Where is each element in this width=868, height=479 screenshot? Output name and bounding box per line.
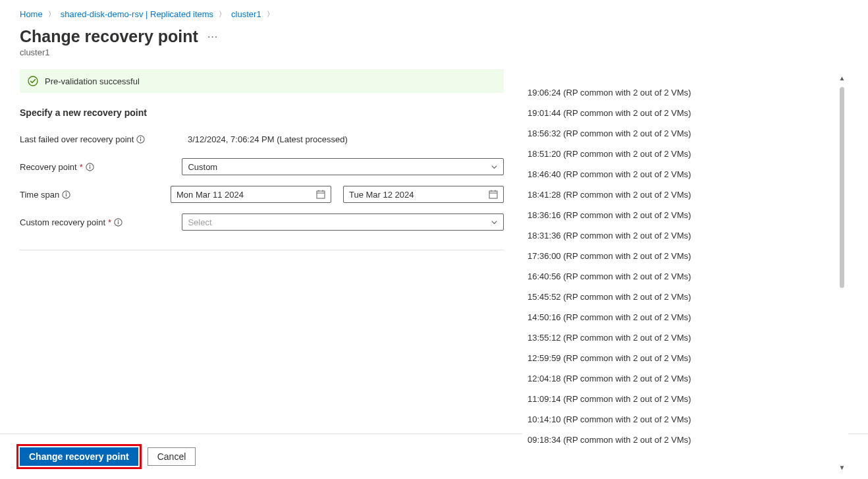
panel-date-header: 3/12/2024	[522, 74, 835, 82]
scroll-thumb[interactable]	[840, 87, 844, 288]
scrollbar[interactable]: ▲ ▼	[837, 75, 847, 471]
value-last-failed: 3/12/2024, 7:06:24 PM (Latest processed)	[188, 134, 504, 144]
recovery-point-option[interactable]: 19:06:24 (RP common with 2 out of 2 VMs)	[522, 82, 835, 103]
recovery-point-option[interactable]: 18:56:32 (RP common with 2 out of 2 VMs)	[522, 123, 835, 144]
breadcrumb: Home 〉 shared-disk-demo-rsv | Replicated…	[0, 0, 868, 23]
scroll-up-arrow-icon[interactable]: ▲	[839, 75, 846, 82]
label-last-failed: Last failed over recovery point	[20, 134, 188, 144]
chevron-down-icon	[491, 219, 498, 226]
svg-point-3	[140, 136, 142, 138]
label-recovery-point: Recovery point *	[20, 162, 182, 172]
svg-rect-19	[118, 221, 119, 224]
recovery-point-option[interactable]: 12:04:18 (RP common with 2 out of 2 VMs)	[522, 368, 835, 389]
required-asterisk: *	[108, 217, 111, 227]
recovery-point-option[interactable]: 18:41:28 (RP common with 2 out of 2 VMs)	[522, 184, 835, 205]
divider	[20, 250, 504, 250]
calendar-icon	[489, 190, 498, 199]
cancel-button[interactable]: Cancel	[148, 447, 196, 466]
chevron-right-icon: 〉	[267, 9, 274, 19]
label-time-span: Time span	[20, 190, 171, 200]
svg-rect-10	[317, 191, 325, 198]
info-icon[interactable]	[136, 135, 145, 144]
chevron-right-icon: 〉	[48, 9, 55, 19]
chevron-down-icon	[491, 163, 498, 171]
required-asterisk: *	[80, 162, 83, 172]
recovery-point-option[interactable]: 18:36:16 (RP common with 2 out of 2 VMs)	[522, 205, 835, 225]
breadcrumb-rsv[interactable]: shared-disk-demo-rsv | Replicated items	[61, 9, 213, 19]
calendar-icon	[316, 190, 325, 199]
info-icon[interactable]	[114, 218, 122, 227]
chevron-right-icon: 〉	[219, 9, 226, 19]
recovery-point-option[interactable]: 16:40:56 (RP common with 2 out of 2 VMs)	[522, 266, 835, 287]
banner-text: Pre-validation successful	[45, 76, 140, 86]
recovery-point-option[interactable]: 19:01:44 (RP common with 2 out of 2 VMs)	[522, 103, 835, 123]
date-from-input[interactable]: Mon Mar 11 2024	[171, 186, 331, 203]
svg-rect-14	[489, 191, 497, 198]
info-icon[interactable]	[62, 190, 70, 199]
section-heading: Specify a new recovery point	[20, 107, 504, 118]
svg-point-6	[89, 164, 90, 165]
svg-point-20	[118, 219, 119, 221]
recovery-point-option[interactable]: 09:18:34 (RP common with 2 out of 2 VMs)	[522, 430, 835, 450]
recovery-point-option[interactable]: 18:51:20 (RP common with 2 out of 2 VMs)	[522, 144, 835, 164]
check-circle-icon	[28, 76, 38, 86]
svg-rect-8	[66, 194, 67, 196]
recovery-point-option[interactable]: 14:50:16 (RP common with 2 out of 2 VMs)	[522, 307, 835, 327]
label-custom-rp: Custom recovery point *	[20, 217, 182, 227]
svg-rect-2	[140, 138, 141, 141]
recovery-point-option[interactable]: 11:09:14 (RP common with 2 out of 2 VMs)	[522, 389, 835, 409]
recovery-point-select[interactable]: Custom	[182, 158, 504, 175]
page-title: Change recovery point	[20, 27, 198, 46]
recovery-point-option[interactable]: 13:55:12 (RP common with 2 out of 2 VMs)	[522, 327, 835, 348]
recovery-point-option[interactable]: 18:46:40 (RP common with 2 out of 2 VMs)	[522, 164, 835, 184]
info-icon[interactable]	[86, 163, 94, 171]
change-recovery-point-button[interactable]: Change recovery point	[20, 447, 138, 466]
scroll-down-arrow-icon[interactable]: ▼	[839, 465, 846, 471]
recovery-point-option[interactable]: 15:45:52 (RP common with 2 out of 2 VMs)	[522, 287, 835, 307]
recovery-point-option[interactable]: 10:14:10 (RP common with 2 out of 2 VMs)	[522, 409, 835, 430]
recovery-point-option[interactable]: 17:36:00 (RP common with 2 out of 2 VMs)	[522, 246, 835, 266]
recovery-point-option[interactable]: 18:31:36 (RP common with 2 out of 2 VMs)	[522, 225, 835, 246]
svg-point-0	[28, 76, 38, 86]
page-subtitle: cluster1	[0, 46, 868, 69]
recovery-point-option[interactable]: 12:59:59 (RP common with 2 out of 2 VMs)	[522, 348, 835, 368]
svg-rect-5	[90, 166, 90, 169]
validation-banner: Pre-validation successful	[20, 69, 504, 93]
recovery-point-dropdown-panel: 3/12/2024 19:06:24 (RP common with 2 out…	[522, 74, 848, 472]
date-to-input[interactable]: Tue Mar 12 2024	[343, 186, 504, 203]
more-icon[interactable]: ···	[207, 31, 218, 43]
custom-recovery-point-select[interactable]: Select	[182, 213, 504, 231]
svg-point-9	[66, 192, 67, 193]
breadcrumb-home[interactable]: Home	[20, 9, 43, 19]
breadcrumb-cluster[interactable]: cluster1	[231, 9, 261, 19]
